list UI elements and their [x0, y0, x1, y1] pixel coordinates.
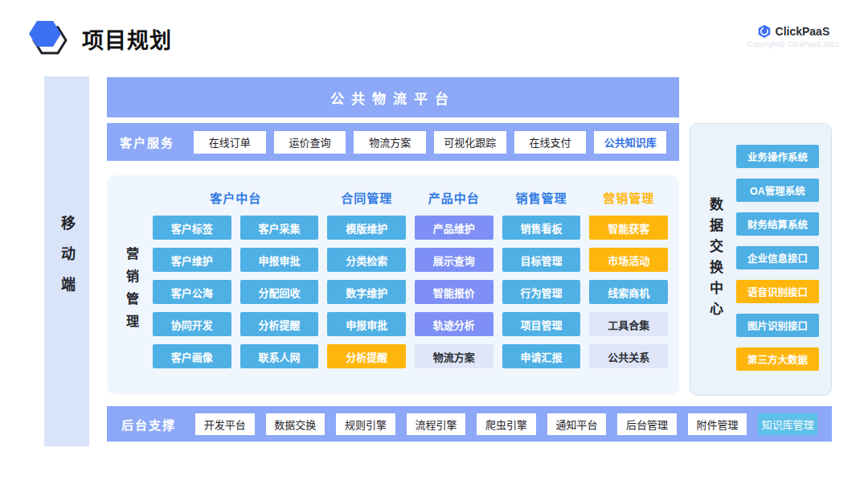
matrix-cell-trajectory-analysis[interactable]: 轨迹分析	[415, 312, 493, 336]
matrix-cell-digital-maintenance[interactable]: 数字维护	[327, 280, 406, 304]
customer-service-label: 客户服务	[120, 134, 174, 150]
marketing-management-panel: 客户中台 合同管理 产品中台 销售管理 营销管理 营销管理 客户标签 客户采集 …	[107, 175, 679, 394]
brand-block: ClickPaaS Copyright@ ClickPaaS 2022	[747, 24, 839, 48]
bb-button-knowledge-base-management[interactable]: 知识库管理	[758, 413, 817, 435]
brand-copyright: Copyright@ ClickPaaS 2022	[747, 40, 839, 48]
matrix-cell-analysis-reminder-1[interactable]: 分析提醒	[240, 312, 319, 336]
matrix-cell-category-search[interactable]: 分类检索	[327, 248, 406, 272]
bb-button-crawler-engine[interactable]: 爬虫引擎	[477, 413, 536, 435]
matrix-cell-sales-board[interactable]: 销售看板	[502, 216, 581, 240]
matrix-cell-smart-acquisition[interactable]: 智能获客	[589, 216, 668, 240]
matrix-cell-customer-portrait[interactable]: 客户画像	[153, 344, 231, 368]
hexagon-logo-icon	[26, 16, 69, 61]
customer-service-bar: 客户服务 在线订单 运价查询 物流方案 可视化跟踪 在线支付 公共知识库	[107, 123, 679, 161]
matrix-cell-behavior-management[interactable]: 行为管理	[502, 280, 581, 304]
cs-button-visual-tracking[interactable]: 可视化跟踪	[434, 131, 506, 154]
matrix-cell-customer-maintenance[interactable]: 客户维护	[153, 248, 231, 272]
matrix-cell-project-management[interactable]: 项目管理	[502, 312, 581, 336]
matrix-cell-declare-approval-1[interactable]: 申报审批	[240, 248, 319, 272]
cs-button-online-order[interactable]: 在线订单	[194, 131, 266, 154]
cs-button-online-payment[interactable]: 在线支付	[514, 131, 587, 154]
data-exchange-vertical-label: 数据交换中心	[705, 197, 725, 323]
matrix-cell-lead-opportunity[interactable]: 线索商机	[589, 280, 668, 304]
clickpaas-logo-icon	[757, 24, 772, 39]
backend-support-bar: 后台支撑 开发平台 数据交换 规则引擎 流程引擎 爬虫引擎 通知平台 后台管理 …	[107, 406, 832, 442]
matrix-cell-public-relations[interactable]: 公共关系	[589, 344, 668, 368]
cs-button-public-knowledge-base[interactable]: 公共知识库	[594, 131, 666, 154]
backend-support-label: 后台支撑	[121, 416, 176, 433]
matrix-cell-logistics-plan[interactable]: 物流方案	[415, 344, 493, 368]
bb-button-process-engine[interactable]: 流程引擎	[407, 413, 466, 435]
matrix-cell-application-report[interactable]: 申请汇报	[502, 344, 581, 368]
matrix-row-label: 营销管理	[118, 216, 144, 368]
page-header: 项目规划	[26, 16, 172, 61]
bb-button-rule-engine[interactable]: 规则引擎	[336, 413, 395, 435]
bb-button-attachment-management[interactable]: 附件管理	[688, 413, 747, 435]
matrix-cell-contact-network[interactable]: 联系人网	[240, 344, 319, 368]
matrix-cell-declare-approval-2[interactable]: 申报审批	[327, 312, 406, 336]
data-exchange-label-wrap: 数据交换中心	[705, 124, 725, 395]
matrix-cell-customer-pool[interactable]: 客户公海	[153, 280, 231, 304]
cs-button-freight-query[interactable]: 运价查询	[274, 131, 346, 154]
banner-label: 公共物流平台	[330, 88, 456, 108]
dx-button-enterprise-info-interface[interactable]: 企业信息接口	[736, 246, 819, 269]
cs-button-logistics-plan[interactable]: 物流方案	[354, 131, 426, 154]
data-exchange-center-panel: 数据交换中心 业务操作系统 OA管理系统 财务结算系统 企业信息接口 语音识别接…	[690, 123, 832, 396]
column-header-marketing-management: 营销管理	[589, 187, 668, 208]
dx-button-image-recognition-interface[interactable]: 图片识别接口	[736, 314, 819, 337]
matrix-cell-display-query[interactable]: 展示查询	[415, 248, 493, 272]
matrix-cell-template-maintenance[interactable]: 模版维护	[327, 216, 406, 240]
spacer	[118, 187, 144, 208]
bb-button-dev-platform[interactable]: 开发平台	[195, 413, 255, 435]
matrix-cell-market-activity[interactable]: 市场活动	[589, 248, 668, 272]
dx-button-oa-management-system[interactable]: OA管理系统	[736, 179, 819, 202]
dx-button-third-party-big-data[interactable]: 第三方大数据	[736, 347, 819, 371]
dx-button-business-operation-system[interactable]: 业务操作系统	[736, 145, 819, 168]
page-title: 项目规划	[82, 23, 172, 55]
matrix-cell-smart-quotation[interactable]: 智能报价	[415, 280, 493, 304]
column-header-sales-management: 销售管理	[502, 187, 581, 208]
column-header-product-platform: 产品中台	[415, 187, 493, 208]
column-header-customer-platform: 客户中台	[153, 187, 318, 208]
matrix-cell-analysis-reminder-2[interactable]: 分析提醒	[327, 344, 406, 368]
matrix-cell-allocation-recycle[interactable]: 分配回收	[240, 280, 319, 304]
dx-button-financial-settlement-system[interactable]: 财务结算系统	[736, 212, 819, 236]
matrix-cell-customer-tags[interactable]: 客户标签	[153, 216, 231, 240]
matrix-cell-product-maintenance[interactable]: 产品维护	[415, 216, 493, 240]
mobile-side-label: 移动端	[56, 216, 77, 307]
matrix-cell-target-management[interactable]: 目标管理	[502, 248, 581, 272]
dx-button-speech-recognition-interface[interactable]: 语音识别接口	[736, 280, 819, 303]
matrix-cell-tool-collection[interactable]: 工具合集	[589, 312, 668, 336]
marketing-management-vertical-label: 营销管理	[121, 247, 141, 337]
bb-button-data-exchange[interactable]: 数据交换	[266, 413, 326, 435]
matrix-cell-collaborative-dev[interactable]: 协同开发	[153, 312, 231, 336]
data-exchange-items: 业务操作系统 OA管理系统 财务结算系统 企业信息接口 语音识别接口 图片识别接…	[736, 145, 819, 371]
mobile-side-panel: 移动端	[44, 76, 89, 446]
public-logistics-platform-banner: 公共物流平台	[107, 77, 679, 117]
matrix-cell-customer-collection[interactable]: 客户采集	[240, 216, 319, 240]
brand-name: ClickPaaS	[776, 25, 830, 38]
bb-button-notification-platform[interactable]: 通知平台	[547, 413, 607, 435]
column-header-contract-management: 合同管理	[327, 187, 406, 208]
bb-button-backend-management[interactable]: 后台管理	[617, 413, 677, 435]
